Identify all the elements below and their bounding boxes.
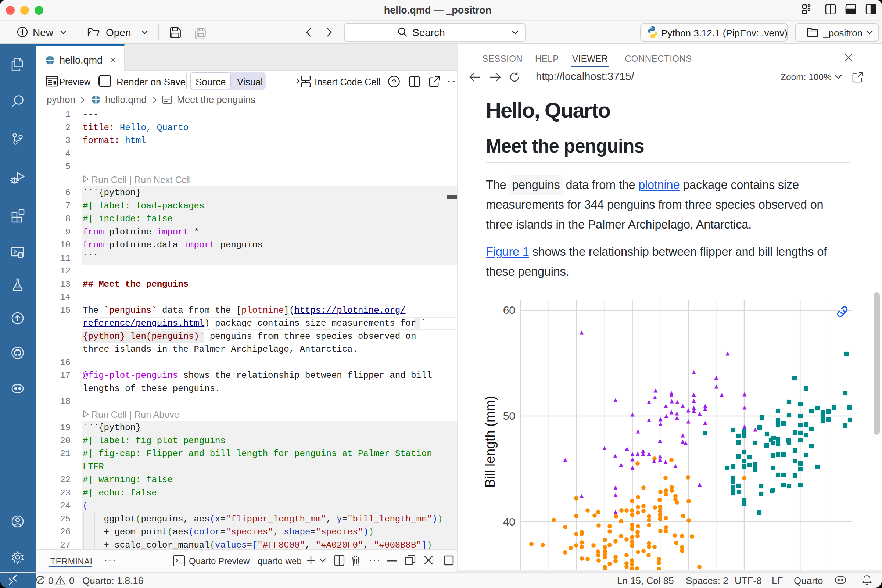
- svg-text:50: 50: [503, 410, 515, 422]
- svg-text:Bill length (mm): Bill length (mm): [483, 396, 498, 488]
- svg-text:40: 40: [503, 516, 515, 528]
- svg-text:60: 60: [503, 304, 515, 316]
